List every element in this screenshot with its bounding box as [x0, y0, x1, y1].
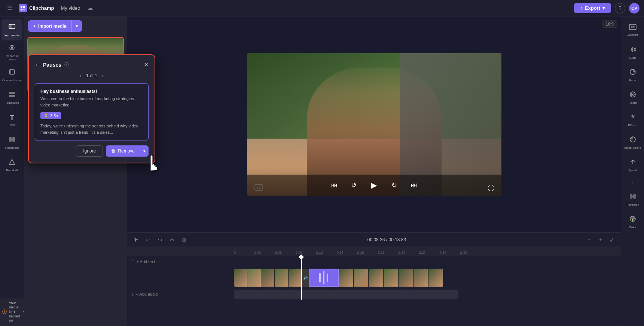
svg-rect-11: [12, 92, 15, 94]
import-button-group: + Import media ▾: [28, 20, 82, 32]
sidebar-item-templates[interactable]: Templates: [1, 87, 22, 108]
timeline-time-display: 00:08.36 / 00:18.83: [367, 237, 406, 242]
color-icon: [629, 215, 637, 224]
import-icon: +: [33, 24, 36, 29]
import-arrow-button[interactable]: ▾: [71, 20, 82, 32]
sidebar-item-color[interactable]: Color: [623, 211, 643, 232]
sidebar-label-templates: Templates: [5, 101, 19, 105]
modal-content-body2: Today, we're unleashing the secrets behi…: [40, 123, 143, 135]
export-button[interactable]: ↑ Export ▾: [574, 3, 611, 13]
sidebar-item-text[interactable]: T Text: [1, 109, 22, 130]
svg-marker-16: [9, 159, 15, 164]
video-title[interactable]: My video: [58, 4, 83, 12]
captions-label: Captions: [627, 33, 639, 36]
audio-icon: [629, 46, 637, 55]
svg-rect-15: [12, 137, 15, 142]
sidebar-item-adjust-colors[interactable]: Adjust colors: [623, 132, 643, 153]
svg-rect-26: [630, 194, 632, 199]
hamburger-menu[interactable]: ☰: [4, 3, 15, 13]
text-track-area[interactable]: [234, 256, 621, 267]
svg-rect-2: [21, 9, 22, 10]
select-tool[interactable]: [132, 235, 141, 244]
modal-content-box: Hey business enthusiasts! Welcome to the…: [35, 83, 149, 141]
active-clip[interactable]: [309, 269, 339, 287]
forward-button[interactable]: ↻: [388, 179, 400, 191]
modal-page-count: 1 of 1: [86, 73, 97, 78]
timeline-area: ↩ ↪ ✂ ⊕ 00:08.36 / 00:18.83 － ＋ ⤢: [127, 232, 621, 326]
text-track-label: T + Add text: [127, 259, 234, 264]
text-icon: T: [10, 114, 14, 122]
skip-forward-button[interactable]: ⏭: [408, 179, 420, 191]
svg-rect-10: [9, 92, 12, 94]
timeline-tools-left: ↩ ↪ ✂ ⊕: [132, 235, 189, 244]
adjust-colors-icon: [629, 136, 637, 145]
undo-button[interactable]: ↩: [144, 235, 153, 244]
sidebar-item-filters[interactable]: Filters: [623, 87, 643, 108]
ignore-button[interactable]: Ignore: [76, 145, 103, 157]
sidebar-item-speed[interactable]: Speed: [623, 154, 643, 175]
text-track-row: T + Add text: [127, 256, 621, 267]
sidebar-item-brand-kit[interactable]: Brand kit: [1, 154, 22, 175]
copy-button[interactable]: ⊕: [180, 235, 189, 244]
sidebar-item-record-create[interactable]: Record & create: [1, 42, 22, 63]
svg-rect-33: [151, 156, 152, 160]
modal-content-body1: Welcome to the blockbuster of marketing …: [40, 96, 143, 108]
svg-rect-27: [633, 194, 636, 199]
right-sidebar-collapse[interactable]: ‹: [623, 177, 643, 187]
clip-before[interactable]: 🔊: [234, 269, 309, 287]
transitions-icon: [8, 136, 16, 145]
play-button[interactable]: ▶: [367, 178, 381, 192]
remove-dropdown-button[interactable]: ▾: [140, 145, 149, 157]
sidebar-item-transitions[interactable]: Transitions: [1, 132, 22, 153]
svg-point-32: [632, 219, 634, 221]
sidebar-label-text: Text: [9, 123, 15, 127]
help-button[interactable]: ?: [615, 3, 625, 13]
media-panel-header: + Import media ▾: [24, 16, 127, 35]
transition-label: Transition: [626, 203, 639, 206]
sidebar-item-fade[interactable]: Fade: [623, 64, 643, 85]
pauses-modal: ← Pauses ⓘ ✕ ‹ 1 of 1 › Hey business ent…: [28, 54, 155, 163]
modal-prev-button[interactable]: ‹: [80, 73, 82, 79]
clip-after[interactable]: [339, 269, 443, 287]
backup-expand-icon: ∧: [22, 310, 25, 314]
timeline-tracks-container: T + Add text: [127, 256, 621, 300]
app-name: Clipchamp: [29, 5, 54, 11]
media-icon: [8, 23, 16, 33]
rewind-button[interactable]: ↺: [348, 179, 360, 191]
sidebar-item-audio[interactable]: Audio: [623, 42, 643, 63]
add-audio-button[interactable]: + Add audio: [136, 292, 158, 296]
sidebar-item-captions[interactable]: CC Captions: [623, 19, 643, 40]
fade-icon: [629, 68, 637, 78]
fullscreen-button[interactable]: ⛶: [488, 185, 494, 192]
remove-icon: 🗑: [111, 148, 116, 154]
sidebar-item-content-library[interactable]: Content library: [1, 64, 22, 85]
zoom-out-button[interactable]: －: [585, 235, 594, 244]
modal-back-button[interactable]: ←: [35, 62, 40, 68]
sidebar-item-transition[interactable]: Transition: [623, 189, 643, 210]
add-text-button[interactable]: + Add text: [137, 259, 155, 264]
avatar[interactable]: CP: [629, 3, 640, 13]
skip-back-button[interactable]: ⏮: [329, 179, 341, 191]
audio-waveform[interactable]: [234, 290, 458, 299]
preview-controls: ⏮ ↺ ▶ ↻ ⏭: [247, 175, 501, 196]
backup-bar[interactable]: ⓘ Your media isn't backed up ∧: [0, 298, 24, 326]
sidebar-item-your-media[interactable]: Your media: [1, 19, 22, 40]
aspect-ratio-badge[interactable]: 16:9: [602, 20, 617, 28]
fit-button[interactable]: ⤢: [607, 235, 616, 244]
sidebar-item-effects[interactable]: Effects: [623, 109, 643, 130]
svg-rect-14: [9, 137, 12, 142]
cut-button[interactable]: ✂: [168, 235, 177, 244]
svg-rect-13: [12, 95, 15, 97]
redo-button[interactable]: ↪: [156, 235, 165, 244]
pause-duration-badge: ⏳ 3.5s: [40, 112, 61, 119]
top-navigation: ☰ Clipchamp My video ☁ ↑ Export ▾ ? CP: [0, 0, 644, 16]
zoom-in-button[interactable]: ＋: [596, 235, 605, 244]
svg-text:CC: CC: [631, 26, 634, 28]
svg-point-31: [633, 217, 635, 219]
remove-button[interactable]: 🗑 Remove: [106, 145, 140, 157]
modal-next-button[interactable]: ›: [102, 73, 104, 79]
import-media-button[interactable]: + Import media: [28, 20, 71, 32]
backup-icon: ⓘ: [2, 309, 7, 315]
modal-close-button[interactable]: ✕: [144, 61, 149, 68]
video-track-clips: 🔊: [234, 269, 443, 287]
